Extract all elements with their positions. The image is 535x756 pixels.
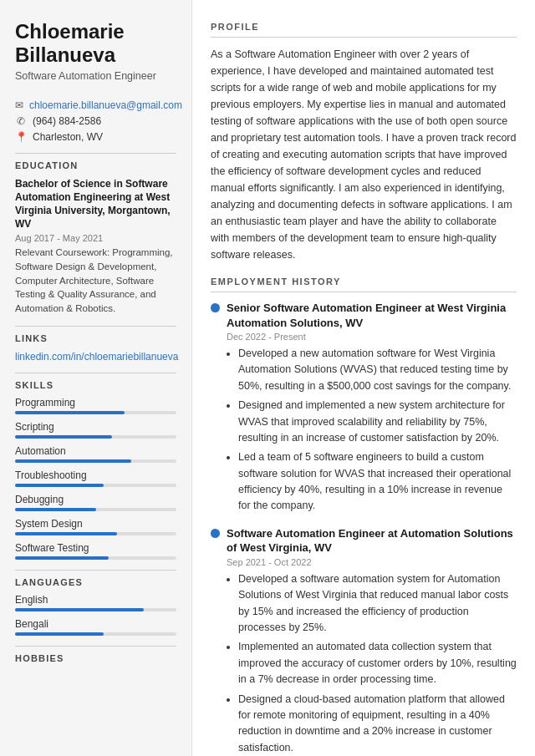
divider-links (15, 326, 176, 327)
employment-section-title: EMPLOYMENT HISTORY (211, 277, 517, 287)
location-text: Charleston, WV (33, 131, 103, 143)
skill-bar-bg (15, 556, 176, 560)
location-contact: 📍 Charleston, WV (15, 131, 176, 143)
job-title: Software Automation Engineer (15, 69, 176, 84)
skill-row: Scripting (15, 421, 176, 439)
skill-bar-bg (15, 484, 176, 487)
email-icon: ✉ (15, 99, 23, 111)
skill-bar-bg (15, 459, 176, 463)
education-coursework: Relevant Coursework: Programming, Softwa… (15, 246, 176, 315)
email-contact: ✉ chloemarie.billanueva@gmail.com (15, 99, 176, 111)
skill-bar-fill (15, 484, 104, 487)
job-block: Senior Software Automation Engineer at W… (211, 301, 517, 515)
skill-bar-fill (15, 411, 125, 414)
skill-bar-fill (15, 435, 112, 439)
skill-row: Troubleshooting (15, 469, 176, 487)
sidebar: Chloemarie Billanueva Software Automatio… (0, 0, 192, 756)
skills-section-title: SKILLS (15, 380, 176, 390)
language-bar-bg (15, 608, 176, 611)
skill-label: Troubleshooting (15, 469, 176, 481)
skill-label: Programming (15, 397, 176, 408)
job-block: Software Automation Engineer at Automati… (211, 526, 517, 756)
name: Chloemarie Billanueva (15, 20, 176, 66)
skill-label: Automation (15, 445, 176, 457)
profile-section-title: PROFILE (211, 22, 517, 32)
job-date: Sep 2021 - Oct 2022 (227, 557, 517, 567)
job-dot (211, 529, 220, 538)
job-title-text: Software Automation Engineer at Automati… (227, 526, 517, 556)
education-degree: Bachelor of Science in Software Automati… (15, 177, 176, 231)
language-bar-bg (15, 632, 176, 636)
divider-hobbies (15, 646, 176, 647)
language-bar-fill (15, 632, 104, 636)
email-link[interactable]: chloemarie.billanueva@gmail.com (29, 99, 182, 111)
job-header: Software Automation Engineer at Automati… (211, 526, 517, 556)
skill-bar-bg (15, 411, 176, 414)
skill-label: Scripting (15, 421, 176, 433)
links-section-title: LINKS (15, 333, 176, 343)
skill-row: Automation (15, 445, 176, 463)
linkedin-link-container: linkedin.com/in/chloemariebillanueva (15, 350, 176, 363)
skill-row: Programming (15, 397, 176, 414)
job-bullet: Implemented an automated data collection… (238, 639, 517, 688)
skill-label: System Design (15, 518, 176, 530)
skill-bar-bg (15, 532, 176, 535)
skill-row: System Design (15, 518, 176, 535)
divider-profile (211, 37, 517, 38)
location-icon: 📍 (15, 131, 27, 143)
skills-container: Programming Scripting Automation Trouble… (15, 397, 176, 560)
skill-bar-fill (15, 459, 131, 463)
main-content: PROFILE As a Software Automation Enginee… (192, 0, 535, 756)
skill-label: Software Testing (15, 542, 176, 554)
job-bullet: Designed and implemented a new system ar… (238, 398, 517, 446)
profile-text: As a Software Automation Engineer with o… (211, 46, 517, 263)
languages-section-title: LANGUAGES (15, 577, 176, 587)
skill-bar-bg (15, 508, 176, 511)
phone-contact: ✆ (964) 884-2586 (15, 115, 176, 127)
divider-languages (15, 570, 176, 571)
job-bullets: Developed a software automation system f… (227, 571, 517, 756)
skill-bar-fill (15, 532, 117, 535)
skill-bar-fill (15, 556, 109, 560)
skill-row: Software Testing (15, 542, 176, 560)
job-bullet: Developed a new automation software for … (238, 346, 517, 394)
job-bullet: Led a team of 5 software engineers to bu… (238, 449, 517, 515)
divider-employment (211, 292, 517, 292)
job-date: Dec 2022 - Present (227, 332, 517, 342)
phone-icon: ✆ (15, 115, 27, 127)
language-bar-fill (15, 608, 144, 611)
education-date: Aug 2017 - May 2021 (15, 233, 176, 243)
job-dot (211, 303, 220, 312)
language-row: English (15, 594, 176, 611)
language-row: Bengali (15, 618, 176, 636)
divider-education (15, 153, 176, 154)
language-label: Bengali (15, 618, 176, 630)
language-label: English (15, 594, 176, 606)
education-section-title: EDUCATION (15, 160, 176, 170)
job-bullet: Designed a cloud-based automation platfo… (238, 692, 517, 756)
linkedin-link[interactable]: linkedin.com/in/chloemariebillanueva (15, 351, 178, 363)
skill-bar-fill (15, 508, 96, 511)
job-title-text: Senior Software Automation Engineer at W… (227, 301, 517, 330)
job-header: Senior Software Automation Engineer at W… (211, 301, 517, 330)
phone-number: (964) 884-2586 (33, 115, 101, 127)
job-bullets: Developed a new automation software for … (227, 346, 517, 515)
hobbies-section-title: HOBBIES (15, 653, 176, 663)
skill-bar-bg (15, 435, 176, 439)
skill-row: Debugging (15, 494, 176, 511)
divider-skills (15, 373, 176, 373)
languages-container: English Bengali (15, 594, 176, 636)
jobs-container: Senior Software Automation Engineer at W… (211, 301, 517, 756)
skill-label: Debugging (15, 494, 176, 505)
job-bullet: Developed a software automation system f… (238, 571, 517, 637)
